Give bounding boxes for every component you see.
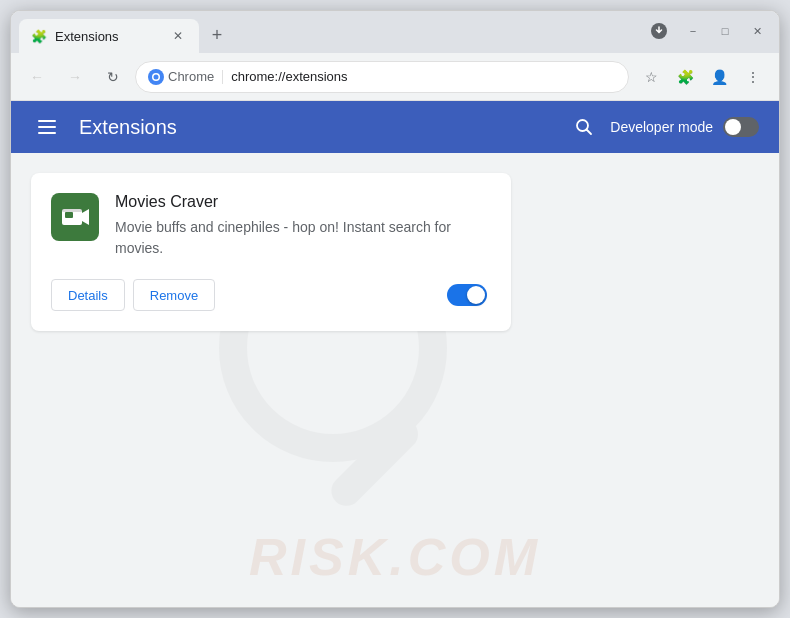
svg-rect-7 xyxy=(325,413,424,512)
remove-button[interactable]: Remove xyxy=(133,279,215,311)
toolbar-action-icons: ☆ 🧩 👤 ⋮ xyxy=(635,61,769,93)
forward-button[interactable]: → xyxy=(59,61,91,93)
page-title: Extensions xyxy=(79,116,552,139)
card-actions: Details Remove xyxy=(51,279,487,311)
menu-button[interactable]: ⋮ xyxy=(737,61,769,93)
sidebar-menu-button[interactable] xyxy=(31,111,63,143)
chrome-logo-icon xyxy=(148,69,164,85)
svg-marker-9 xyxy=(82,209,89,225)
address-bar[interactable]: Chrome chrome://extensions xyxy=(135,61,629,93)
url-display: chrome://extensions xyxy=(231,69,616,84)
developer-mode-label: Developer mode xyxy=(610,119,713,135)
window-controls: − □ ✕ xyxy=(643,15,771,53)
hamburger-line-2 xyxy=(38,126,56,128)
extensions-header: Extensions Developer mode xyxy=(11,101,779,153)
toggle-knob xyxy=(725,119,741,135)
active-tab[interactable]: 🧩 Extensions ✕ xyxy=(19,19,199,53)
profile-button[interactable]: 👤 xyxy=(703,61,735,93)
download-button[interactable] xyxy=(643,15,675,47)
svg-rect-10 xyxy=(65,212,73,218)
tab-favicon: 🧩 xyxy=(31,29,47,44)
tab-title: Extensions xyxy=(55,29,161,44)
svg-line-5 xyxy=(587,130,592,135)
address-divider xyxy=(222,70,223,84)
back-button[interactable]: ← xyxy=(21,61,53,93)
extensions-button[interactable]: 🧩 xyxy=(669,61,701,93)
details-button[interactable]: Details xyxy=(51,279,125,311)
extension-enable-toggle[interactable] xyxy=(447,284,487,306)
search-icon xyxy=(575,118,593,136)
chrome-security-indicator: Chrome xyxy=(148,69,214,85)
reload-button[interactable]: ↻ xyxy=(97,61,129,93)
extension-name: Movies Craver xyxy=(115,193,487,211)
maximize-button[interactable]: □ xyxy=(711,20,739,42)
developer-mode-toggle[interactable] xyxy=(723,117,759,137)
chrome-label: Chrome xyxy=(168,69,214,84)
search-button[interactable] xyxy=(568,111,600,143)
extension-toggle-knob xyxy=(467,286,485,304)
extension-description: Movie buffs and cinephiles - hop on! Ins… xyxy=(115,217,487,259)
card-header: Movies Craver Movie buffs and cinephiles… xyxy=(51,193,487,259)
movie-camera-icon xyxy=(60,202,90,232)
watermark-text: RISK.COM xyxy=(249,527,541,587)
browser-toolbar: ← → ↻ Chrome chrome://extensions ☆ 🧩 👤 ⋮ xyxy=(11,53,779,101)
svg-rect-11 xyxy=(62,209,82,212)
bookmark-button[interactable]: ☆ xyxy=(635,61,667,93)
browser-window: 🧩 Extensions ✕ + − □ ✕ ← → ↻ xyxy=(10,10,780,608)
extension-card: Movies Craver Movie buffs and cinephiles… xyxy=(31,173,511,331)
main-content: Movies Craver Movie buffs and cinephiles… xyxy=(11,153,779,607)
title-bar: 🧩 Extensions ✕ + − □ ✕ xyxy=(11,11,779,53)
hamburger-line-1 xyxy=(38,120,56,122)
tab-close-button[interactable]: ✕ xyxy=(169,27,187,45)
new-tab-button[interactable]: + xyxy=(203,21,231,49)
extension-icon xyxy=(51,193,99,241)
hamburger-line-3 xyxy=(38,132,56,134)
developer-mode-section: Developer mode xyxy=(568,111,759,143)
extension-info: Movies Craver Movie buffs and cinephiles… xyxy=(115,193,487,259)
close-button[interactable]: ✕ xyxy=(743,20,771,42)
svg-point-3 xyxy=(154,74,159,79)
minimize-button[interactable]: − xyxy=(679,20,707,42)
